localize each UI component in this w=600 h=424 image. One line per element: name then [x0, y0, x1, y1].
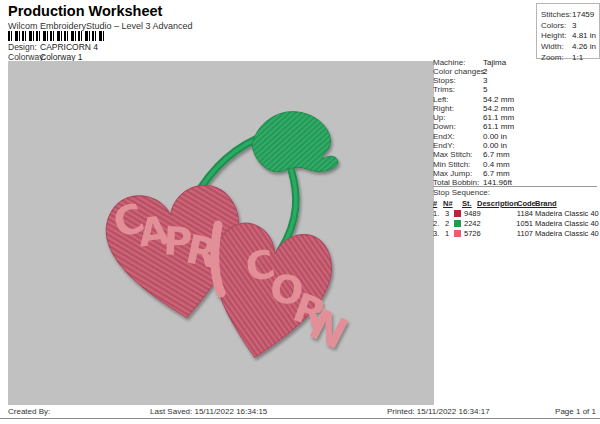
footer-printed: Printed: 15/11/2022 16:34:17: [387, 407, 490, 416]
col-header-n: N#: [443, 199, 453, 208]
production-worksheet: Production Worksheet Wilcom EmbroiderySt…: [0, 0, 600, 424]
info-label: Color changes:: [433, 67, 487, 76]
barcode: [8, 31, 104, 41]
info-label: Stops:: [433, 76, 456, 85]
info-value: 6.7 mm: [483, 150, 510, 159]
needle-number: 2: [445, 219, 449, 228]
info-label: Min Stitch:: [433, 160, 470, 169]
footer-created-by: Created By:: [8, 407, 50, 416]
info-value: 0.00 in: [483, 141, 507, 150]
stitch-count: 9489: [464, 209, 481, 218]
summary-label: Stitches:: [541, 10, 572, 19]
design-value: CAPRICORN 4: [40, 42, 98, 52]
info-value: 2: [483, 67, 487, 76]
info-row: EndX:0.00 in: [433, 132, 599, 141]
info-row: Up:61.1 mm: [433, 113, 599, 122]
info-row: Right:54.2 mm: [433, 104, 599, 113]
stop-sequence-title: Stop Sequence:: [433, 188, 490, 197]
stitch-count: 2242: [464, 219, 481, 228]
col-header-brand: Brand: [535, 199, 557, 208]
info-label: Down:: [433, 122, 456, 131]
stop-sequence-row: 3. 1 5726 1107 Madeira Classic 40: [433, 229, 599, 238]
thread-code: 1107: [511, 229, 533, 238]
row-number: 3.: [433, 229, 439, 238]
row-number: 2.: [433, 219, 439, 228]
info-row: Machine:Tajima: [433, 58, 599, 67]
thread-color-swatch: [454, 230, 461, 237]
thread-brand: Madeira Classic 40: [535, 229, 599, 238]
info-value: 5: [483, 85, 487, 94]
info-row: Trims:5: [433, 85, 599, 94]
page-title: Production Worksheet: [8, 3, 162, 19]
info-label: Max Jump:: [433, 169, 472, 178]
info-row: Min Stitch:0.4 mm: [433, 160, 599, 169]
summary-value: 3: [572, 21, 576, 30]
info-row: Left:54.2 mm: [433, 95, 599, 104]
info-row: Color changes:2: [433, 67, 599, 76]
summary-row: Width:4.26 in: [541, 42, 564, 51]
info-value: 0.00 in: [483, 132, 507, 141]
summary-value: 4.26 in: [572, 42, 596, 51]
thread-code: 1051: [511, 219, 533, 228]
thread-brand: Madeira Classic 40: [535, 209, 599, 218]
info-value: 61.1 mm: [483, 122, 514, 131]
needle-number: 1: [445, 229, 449, 238]
info-label: Left:: [433, 95, 449, 104]
app-subtitle: Wilcom EmbroideryStudio – Level 3 Advanc…: [8, 21, 193, 31]
summary-label: Colors:: [541, 21, 566, 30]
info-value: 6.7 mm: [483, 169, 510, 178]
panel-divider: [433, 186, 597, 187]
info-label: Right:: [433, 104, 454, 113]
stop-sequence-row: 2. 2 2242 1051 Madeira Classic 40: [433, 219, 599, 228]
info-label: Trims:: [433, 85, 455, 94]
thread-color-swatch: [454, 220, 461, 227]
info-row: EndY:0.00 in: [433, 141, 599, 150]
info-label: EndY:: [433, 141, 454, 150]
summary-value: 17459: [572, 10, 594, 19]
footer-page-number: Page 1 of 1: [555, 407, 596, 416]
footer-last-saved: Last Saved: 15/11/2022 16:34:15: [150, 407, 267, 416]
summary-row: Colors:3: [541, 21, 566, 30]
thread-color-swatch: [454, 210, 461, 217]
summary-label: Height:: [541, 31, 566, 40]
summary-row: Stitches:17459: [541, 10, 572, 19]
info-value: 54.2 mm: [483, 95, 514, 104]
stop-sequence-row: 1. 3 9489 1184 Madeira Classic 40: [433, 209, 599, 218]
summary-value: 4.81 in: [572, 31, 596, 40]
col-header-num: #: [433, 199, 437, 208]
footer-divider: [0, 418, 600, 419]
design-summary-box: Stitches:17459 Colors:3 Height:4.81 in W…: [536, 3, 600, 59]
thread-brand: Madeira Classic 40: [535, 219, 599, 228]
info-label: Max Stitch:: [433, 150, 473, 159]
needle-number: 3: [445, 209, 449, 218]
info-value: 54.2 mm: [483, 104, 514, 113]
row-number: 1.: [433, 209, 439, 218]
info-label: EndX:: [433, 132, 455, 141]
embroidery-design: C A P R C O R N: [8, 61, 434, 405]
info-value: 0.4 mm: [483, 160, 510, 169]
summary-row: Height:4.81 in: [541, 31, 566, 40]
info-value: Tajima: [483, 58, 506, 67]
info-row: Down:61.1 mm: [433, 122, 599, 131]
info-value: 61.1 mm: [483, 113, 514, 122]
stitch-count: 5726: [464, 229, 481, 238]
col-header-desc: Description: [477, 199, 518, 208]
info-row: Max Jump:6.7 mm: [433, 169, 599, 178]
col-header-code: Code: [517, 199, 536, 208]
design-name-row: Design: CAPRICORN 4: [8, 42, 208, 52]
design-label: Design:: [8, 42, 37, 52]
design-canvas: C A P R C O R N: [8, 61, 434, 405]
leaf-texture: [252, 112, 338, 172]
info-label: Up:: [433, 113, 445, 122]
summary-label: Width:: [541, 42, 564, 51]
info-value: 3: [483, 76, 487, 85]
info-label: Machine:: [433, 58, 465, 67]
info-row: Max Stitch:6.7 mm: [433, 150, 599, 159]
info-row: Stops:3: [433, 76, 599, 85]
col-header-st: St.: [462, 199, 472, 208]
thread-code: 1184: [511, 209, 533, 218]
